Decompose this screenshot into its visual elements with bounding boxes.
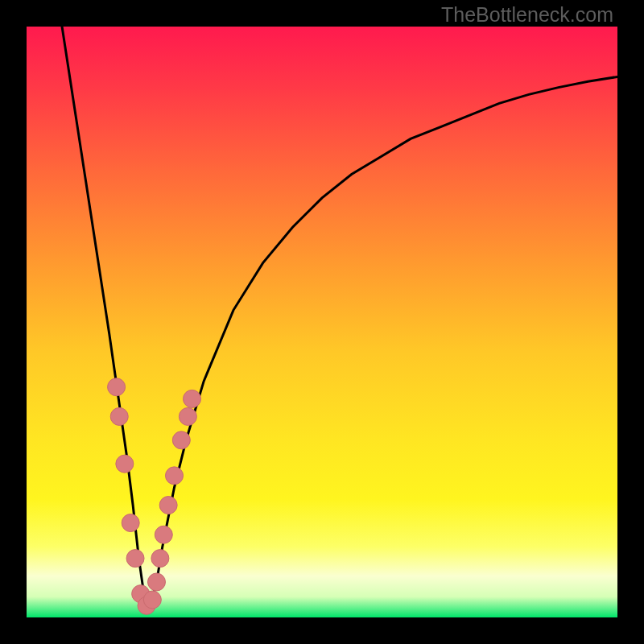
bottleneck-chart	[27, 27, 617, 617]
highlight-marker	[108, 378, 126, 396]
highlight-marker	[151, 550, 169, 568]
frame-border: TheBottleneck.com	[0, 0, 644, 644]
highlight-marker	[143, 591, 161, 609]
watermark-text: TheBottleneck.com	[441, 3, 613, 27]
highlight-marker	[122, 514, 139, 532]
highlight-marker	[126, 550, 144, 568]
highlight-marker	[159, 497, 177, 514]
highlight-marker	[179, 407, 196, 425]
plot-area	[27, 27, 617, 617]
highlight-marker	[155, 526, 172, 543]
highlight-marker	[166, 467, 184, 485]
highlight-marker	[110, 407, 128, 425]
highlight-marker	[116, 455, 134, 473]
highlight-marker	[172, 431, 190, 449]
highlight-marker	[147, 573, 165, 591]
highlight-marker	[184, 390, 201, 407]
gradient-background	[27, 27, 617, 617]
